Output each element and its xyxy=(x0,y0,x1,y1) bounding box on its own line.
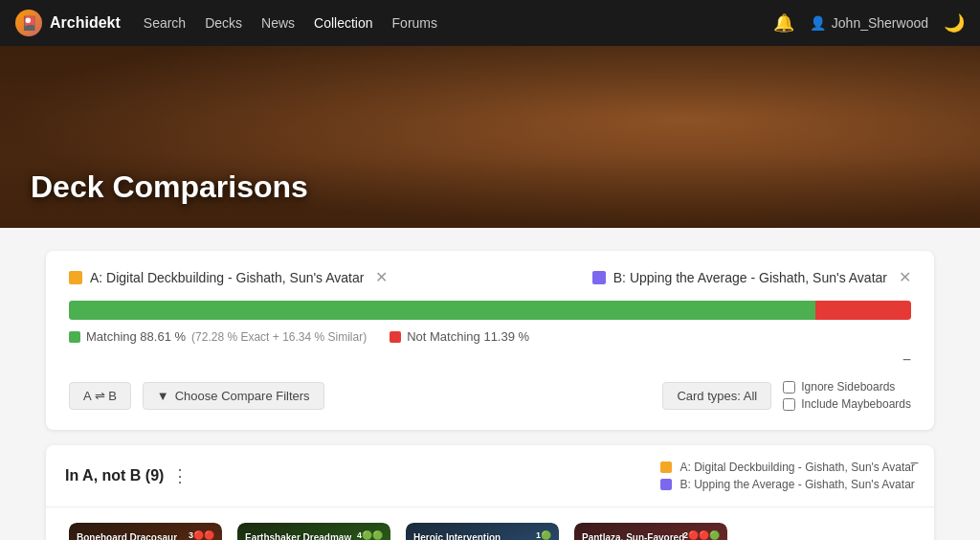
checkbox-group: Ignore Sideboards Include Maybeboards xyxy=(783,380,911,411)
legend-b-text: B: Upping the Average - Gishath, Sun's A… xyxy=(679,478,914,491)
nav-decks[interactable]: Decks xyxy=(205,15,242,31)
legend-a-dot xyxy=(660,461,672,473)
nav-search[interactable]: Search xyxy=(144,15,186,31)
deck-b-close-button[interactable]: ✕ xyxy=(895,270,911,285)
logo-icon: 🎴 xyxy=(15,10,42,36)
card-item[interactable]: Heroic Intervention 1🟢 ⚔ ⋮ xyxy=(406,523,559,540)
deck-b-label: B: Upping the Average - Gishath, Sun's A… xyxy=(592,270,911,285)
card-grid: Bonehoard Dracosaur 3🔴🔴 🦕 ⋮ Earthshaker … xyxy=(46,507,934,540)
section-header: In A, not B (9) ⋮ A: Digital Deckbuildin… xyxy=(46,445,934,507)
filter-icon: ▼ xyxy=(157,389,169,403)
page-title: Deck Comparisons xyxy=(31,169,308,205)
card-item[interactable]: Earthshaker Dreadmaw 4🟢🟢 🦖 ⋮ xyxy=(237,523,390,540)
section-collapse-button[interactable]: − xyxy=(910,455,919,472)
logo-link[interactable]: 🎴 Archidekt xyxy=(15,10,121,36)
username-label: John_Sherwood xyxy=(832,15,928,31)
card-cost-1: 3🔴🔴 xyxy=(189,530,214,540)
card-types-label: Card types: All xyxy=(677,389,757,403)
nav-links: Search Decks News Collection Forums xyxy=(144,15,750,31)
nav-collection[interactable]: Collection xyxy=(314,15,372,31)
deck-a-label: A: Digital Deckbuilding - Gishath, Sun's… xyxy=(69,270,388,285)
progress-bar xyxy=(69,301,911,320)
not-matching-label: Not Matching 11.39 % xyxy=(407,329,529,344)
filter-row: A ⇌ B ▼ Choose Compare Filters Card type… xyxy=(69,380,911,411)
user-icon: 👤 xyxy=(810,15,826,31)
section-title: In A, not B (9) xyxy=(65,467,164,484)
card-cost-2: 4🟢🟢 xyxy=(357,530,383,540)
include-maybeboards-label[interactable]: Include Maybeboards xyxy=(783,397,911,411)
deck-b-color-swatch xyxy=(592,271,606,284)
user-menu[interactable]: 👤 John_Sherwood xyxy=(810,15,928,31)
navbar: 🎴 Archidekt Search Decks News Collection… xyxy=(0,0,980,46)
not-matching-stat: Not Matching 11.39 % xyxy=(390,329,529,344)
nav-forums[interactable]: Forums xyxy=(392,15,437,31)
card-types-button[interactable]: Card types: All xyxy=(662,382,771,410)
legend-b-dot xyxy=(660,479,672,490)
card-item[interactable]: Bonehoard Dracosaur 3🔴🔴 🦕 ⋮ xyxy=(69,523,222,540)
deck-b-name: B: Upping the Average - Gishath, Sun's A… xyxy=(613,270,887,285)
filter-label: Choose Compare Filters xyxy=(175,389,310,403)
not-matching-dot xyxy=(390,331,401,343)
matching-label: Matching 88.61 % xyxy=(86,329,186,344)
card-image-2: Earthshaker Dreadmaw 4🟢🟢 🦖 xyxy=(237,523,390,540)
card-image-3: Heroic Intervention 1🟢 ⚔ xyxy=(406,523,559,540)
in-a-not-b-panel: In A, not B (9) ⋮ A: Digital Deckbuildin… xyxy=(46,445,934,540)
comparison-panel: A: Digital Deckbuilding - Gishath, Sun's… xyxy=(46,251,934,430)
matching-stat: Matching 88.61 % (72.28 % Exact + 16.34 … xyxy=(69,329,367,344)
card-cost-4: 2🔴🔴🟢 xyxy=(683,530,720,540)
not-matching-bar xyxy=(815,301,911,320)
nav-news[interactable]: News xyxy=(261,15,295,31)
include-maybeboards-checkbox[interactable] xyxy=(783,398,795,411)
swap-button[interactable]: A ⇌ B xyxy=(69,382,131,410)
logo-text: Archidekt xyxy=(50,14,121,32)
deck-a-close-button[interactable]: ✕ xyxy=(371,270,388,285)
section-menu-button[interactable]: ⋮ xyxy=(171,465,189,486)
nav-right: 🔔 👤 John_Sherwood 🌙 xyxy=(773,12,965,34)
card-name-3: Heroic Intervention xyxy=(413,532,551,540)
matching-bar xyxy=(69,301,815,320)
card-cost-3: 1🟢 xyxy=(536,530,551,540)
card-image-1: Bonehoard Dracosaur 3🔴🔴 🦕 xyxy=(69,523,222,540)
deck-a-color-swatch xyxy=(69,271,82,284)
stats-row: Matching 88.61 % (72.28 % Exact + 16.34 … xyxy=(69,329,911,344)
legend-a: A: Digital Deckbuilding - Gishath, Sun's… xyxy=(660,461,915,474)
theme-toggle-button[interactable]: 🌙 xyxy=(944,12,965,34)
notifications-button[interactable]: 🔔 xyxy=(773,12,794,34)
ignore-sideboards-checkbox[interactable] xyxy=(783,381,795,394)
section-legend: A: Digital Deckbuilding - Gishath, Sun's… xyxy=(660,461,915,491)
ignore-sideboards-text: Ignore Sideboards xyxy=(801,380,895,394)
matching-dot xyxy=(69,331,80,343)
main-content: A: Digital Deckbuilding - Gishath, Sun's… xyxy=(31,228,949,540)
collapse-row: − xyxy=(69,351,911,369)
matching-detail: (72.28 % Exact + 16.34 % Similar) xyxy=(191,330,367,344)
deck-labels-row: A: Digital Deckbuilding - Gishath, Sun's… xyxy=(69,270,911,285)
deck-a-name: A: Digital Deckbuilding - Gishath, Sun's… xyxy=(90,270,364,285)
include-maybeboards-text: Include Maybeboards xyxy=(801,397,911,411)
hero-banner: Deck Comparisons xyxy=(0,46,980,228)
legend-a-text: A: Digital Deckbuilding - Gishath, Sun's… xyxy=(679,461,915,474)
collapse-button[interactable]: − xyxy=(902,351,911,369)
card-item[interactable]: Pantlaza, Sun-Favored 2🔴🔴🟢 🐉 ⋮ xyxy=(574,523,727,540)
choose-filters-button[interactable]: ▼ Choose Compare Filters xyxy=(143,382,324,410)
swap-label: A ⇌ B xyxy=(83,389,117,403)
card-image-4: Pantlaza, Sun-Favored 2🔴🔴🟢 🐉 xyxy=(574,523,727,540)
legend-b: B: Upping the Average - Gishath, Sun's A… xyxy=(660,478,915,491)
ignore-sideboards-label[interactable]: Ignore Sideboards xyxy=(783,380,911,394)
